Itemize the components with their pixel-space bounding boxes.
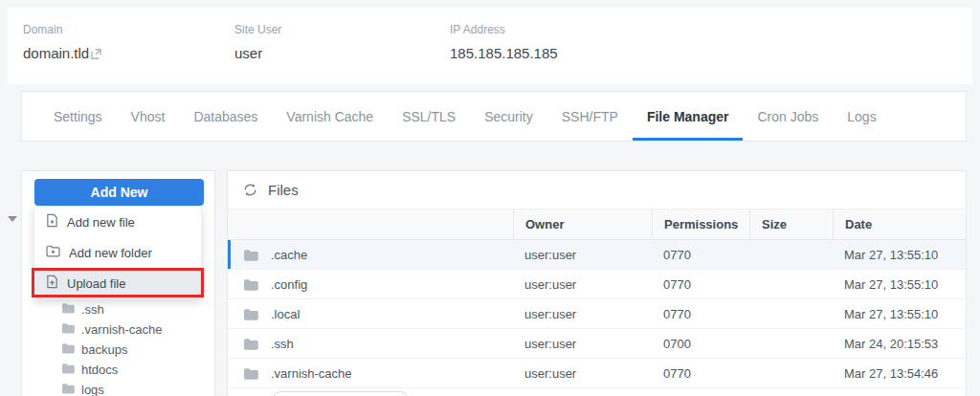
- folder-plus-icon: [46, 245, 69, 260]
- folder-icon: [61, 322, 81, 337]
- table-row-local[interactable]: .local user:user 0770 Mar 27, 13:55:10: [228, 299, 966, 329]
- tab-ssh-ftp[interactable]: SSH/FTP: [547, 92, 633, 141]
- folder-icon: [243, 338, 258, 350]
- cut-off-bottom-element: [273, 391, 408, 396]
- ip-address-field: IP Address 185.185.185.185: [450, 23, 558, 61]
- column-header-owner[interactable]: Owner: [513, 209, 652, 239]
- file-name: .ssh: [271, 337, 294, 351]
- file-name: .varnish-cache: [271, 366, 352, 381]
- owner-cell: user:user: [513, 277, 652, 292]
- table-row-config[interactable]: .config user:user 0770 Mar 27, 13:55:10: [228, 270, 966, 299]
- ip-address-value: 185.185.185.185: [450, 45, 558, 61]
- table-row-varnish-cache[interactable]: .varnish-cache user:user 0770 Mar 27, 13…: [228, 359, 966, 388]
- files-table-header: Owner Permissions Size Date: [228, 209, 966, 240]
- date-cell: Mar 24, 20:15:53: [833, 337, 966, 351]
- permissions-cell: 0770: [652, 366, 749, 381]
- tab-vhost[interactable]: Vhost: [117, 92, 180, 141]
- permissions-cell: 0770: [652, 277, 749, 292]
- add-new-dropdown: Add new file Add new folder Upload file: [33, 206, 202, 299]
- date-cell: Mar 27, 13:55:10: [833, 248, 966, 262]
- site-user-value: user: [234, 45, 281, 61]
- site-user-label: Site User: [234, 23, 281, 36]
- tab-security[interactable]: Security: [470, 92, 547, 141]
- tree-item-label: .varnish-cache: [81, 322, 163, 337]
- site-detail-page: Domain domain.tld Site User user IP Addr…: [0, 0, 980, 396]
- menu-item-label: Add new file: [67, 215, 135, 230]
- external-link-icon[interactable]: [91, 46, 101, 62]
- refresh-icon[interactable]: [243, 183, 257, 197]
- tree-item-varnish-cache[interactable]: .varnish-cache: [22, 319, 214, 340]
- owner-cell: user:user: [513, 248, 652, 262]
- permissions-cell: 0770: [652, 248, 749, 262]
- domain-field: Domain domain.tld: [23, 23, 101, 62]
- folder-icon: [61, 363, 81, 377]
- folder-icon: [243, 308, 258, 320]
- tree-item-label: .ssh: [81, 302, 104, 317]
- tree-item-ssh[interactable]: .ssh: [22, 299, 214, 319]
- file-name: .local: [271, 307, 300, 321]
- column-header-permissions[interactable]: Permissions: [652, 209, 749, 239]
- file-name: .cache: [271, 248, 307, 262]
- tab-logs[interactable]: Logs: [833, 92, 890, 141]
- directory-tree: .ssh .varnish-cache backups htdocs logs: [22, 299, 214, 396]
- domain-text[interactable]: domain.tld: [23, 45, 89, 61]
- column-header-name: [228, 209, 513, 239]
- file-upload-icon: [46, 275, 67, 292]
- site-user-field: Site User user: [234, 23, 281, 61]
- owner-cell: user:user: [513, 337, 652, 351]
- tab-varnish-cache[interactable]: Varnish Cache: [272, 92, 388, 141]
- tree-item-htdocs[interactable]: htdocs: [22, 360, 214, 380]
- permissions-cell: 0770: [652, 307, 749, 321]
- file-name-cell: .cache: [228, 248, 513, 262]
- tree-item-label: logs: [81, 383, 104, 396]
- file-plus-icon: [46, 213, 67, 231]
- folder-icon: [243, 367, 258, 380]
- files-panel-header: Files: [228, 171, 966, 209]
- date-cell: Mar 27, 13:55:10: [833, 277, 966, 292]
- column-header-size[interactable]: Size: [749, 209, 833, 239]
- permissions-cell: 0700: [652, 337, 749, 351]
- file-name-cell: .local: [228, 307, 513, 321]
- file-name-cell: .varnish-cache: [228, 366, 513, 381]
- tab-ssl-tls[interactable]: SSL/TLS: [388, 92, 470, 141]
- tab-bar: Settings Vhost Databases Varnish Cache S…: [21, 91, 967, 142]
- file-name-cell: .ssh: [228, 337, 513, 351]
- menu-item-add-new-file[interactable]: Add new file: [34, 207, 201, 237]
- files-panel: Files Owner Permissions Size Date .cache…: [227, 170, 967, 396]
- tree-item-label: backups: [81, 342, 127, 357]
- file-name: .config: [271, 277, 307, 292]
- tab-databases[interactable]: Databases: [179, 92, 272, 141]
- tree-item-label: htdocs: [81, 363, 118, 377]
- menu-item-upload-file[interactable]: Upload file: [34, 268, 201, 298]
- tree-item-backups[interactable]: backups: [22, 340, 214, 360]
- tab-file-manager[interactable]: File Manager: [633, 92, 744, 141]
- menu-item-label: Upload file: [67, 276, 125, 291]
- tab-settings[interactable]: Settings: [39, 92, 117, 141]
- ip-address-label: IP Address: [450, 23, 558, 36]
- site-info-header: Domain domain.tld Site User user IP Addr…: [8, 8, 972, 84]
- date-cell: Mar 27, 13:55:10: [833, 307, 966, 321]
- folder-icon: [61, 383, 81, 396]
- folder-icon: [243, 249, 258, 261]
- tree-item-logs[interactable]: logs: [22, 380, 214, 396]
- domain-label: Domain: [23, 23, 101, 36]
- folder-icon: [61, 342, 81, 357]
- date-cell: Mar 27, 13:54:46: [833, 366, 966, 381]
- file-name-cell: .config: [228, 277, 513, 292]
- column-header-date[interactable]: Date: [833, 209, 966, 239]
- owner-cell: user:user: [513, 366, 652, 381]
- add-new-button[interactable]: Add New: [34, 179, 204, 206]
- owner-cell: user:user: [513, 307, 652, 321]
- menu-item-label: Add new folder: [69, 246, 152, 260]
- folder-icon: [61, 302, 81, 317]
- tab-cron-jobs[interactable]: Cron Jobs: [743, 92, 833, 141]
- table-row-ssh[interactable]: .ssh user:user 0700 Mar 24, 20:15:53: [228, 329, 966, 359]
- tree-expand-caret-icon[interactable]: [8, 216, 17, 222]
- table-row-cache[interactable]: .cache user:user 0770 Mar 27, 13:55:10: [228, 240, 966, 270]
- menu-item-add-new-folder[interactable]: Add new folder: [34, 237, 201, 268]
- folder-icon: [243, 278, 258, 291]
- domain-value: domain.tld: [23, 45, 101, 62]
- files-panel-title: Files: [268, 182, 299, 198]
